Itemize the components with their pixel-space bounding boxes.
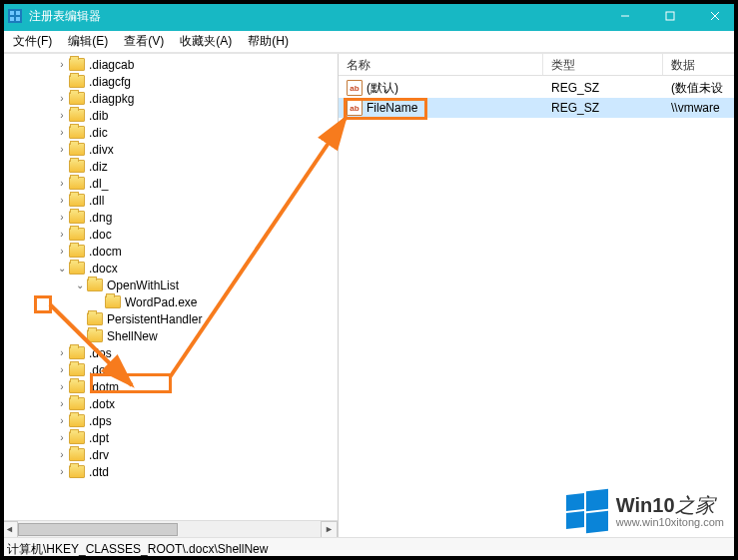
menubar: 文件(F) 编辑(E) 查看(V) 收藏夹(A) 帮助(H)	[1, 31, 737, 53]
scroll-track[interactable]	[18, 521, 321, 538]
tree-item[interactable]: ›.diagcab	[1, 56, 338, 73]
folder-icon	[69, 92, 85, 105]
chevron-right-icon[interactable]: ›	[55, 380, 69, 394]
chevron-right-icon[interactable]: ›	[55, 431, 69, 445]
folder-icon	[69, 448, 85, 461]
tree-item[interactable]: ›.dps	[1, 412, 338, 429]
tree-item-label: .dll	[89, 194, 104, 208]
chevron-right-icon[interactable]: ›	[55, 397, 69, 411]
value-row[interactable]: ab(默认)REG_SZ(数值未设	[339, 78, 737, 98]
tree-item-label: .diagcfg	[89, 75, 131, 89]
menu-favorites[interactable]: 收藏夹(A)	[172, 31, 240, 52]
tree-item[interactable]: PersistentHandler	[1, 310, 338, 327]
chevron-down-icon[interactable]: ⌄	[55, 262, 69, 276]
tree-item[interactable]: ›.dl_	[1, 175, 338, 192]
tree-item-label: .docm	[89, 245, 122, 259]
chevron-right-icon[interactable]: ›	[55, 211, 69, 225]
tree-item[interactable]: ›.diagpkg	[1, 90, 338, 107]
chevron-right-icon[interactable]: ›	[55, 126, 69, 140]
chevron-right-icon[interactable]: ›	[55, 109, 69, 123]
folder-icon	[69, 363, 85, 376]
folder-icon	[69, 109, 85, 122]
menu-file[interactable]: 文件(F)	[5, 31, 60, 52]
tree-item[interactable]: ›.dotx	[1, 395, 338, 412]
tree-item-label: .doc	[89, 228, 112, 242]
chevron-right-icon[interactable]: ›	[55, 143, 69, 157]
menu-view[interactable]: 查看(V)	[116, 31, 172, 52]
chevron-down-icon[interactable]: ⌄	[73, 279, 87, 292]
tree-horizontal-scrollbar[interactable]: ◄ ►	[1, 520, 338, 537]
string-value-icon: ab	[347, 80, 363, 96]
column-header-name[interactable]: 名称	[339, 54, 543, 75]
tree-item[interactable]: ⌄OpenWithList	[1, 277, 338, 293]
folder-icon	[69, 58, 85, 71]
list-body[interactable]: ab(默认)REG_SZ(数值未设abFileNameREG_SZ\\vmwar…	[339, 76, 737, 537]
tree-item[interactable]: ⌄.docx	[1, 260, 338, 277]
tree-item[interactable]: ›.dib	[1, 107, 338, 124]
menu-help[interactable]: 帮助(H)	[240, 31, 297, 52]
minimize-button[interactable]	[602, 1, 647, 31]
tree-item[interactable]: ›.dll	[1, 192, 338, 209]
tree-item-label: WordPad.exe	[125, 295, 198, 309]
tree-item[interactable]: ›.dpt	[1, 429, 338, 446]
chevron-right-icon[interactable]: ›	[55, 92, 69, 106]
value-type: REG_SZ	[543, 81, 663, 95]
tree-item[interactable]: ›.dic	[1, 124, 338, 141]
tree-item-label: OpenWithList	[107, 279, 179, 292]
tree-item-label: ShellNew	[107, 329, 158, 343]
tree-item[interactable]: ›.dot	[1, 361, 338, 378]
value-row[interactable]: abFileNameREG_SZ\\vmware	[339, 98, 737, 118]
chevron-right-icon[interactable]: ›	[55, 228, 69, 242]
tree-item[interactable]: WordPad.exe	[1, 293, 338, 310]
value-name: (默认)	[367, 80, 398, 97]
chevron-right-icon[interactable]: ›	[55, 448, 69, 462]
tree-item[interactable]: ›.dos	[1, 344, 338, 361]
folder-icon	[69, 177, 85, 190]
folder-icon	[69, 143, 85, 156]
folder-icon	[69, 228, 85, 241]
tree-item[interactable]: ›.dtd	[1, 463, 338, 480]
svg-rect-2	[16, 11, 20, 15]
tree-item[interactable]: ›.docm	[1, 243, 338, 260]
svg-rect-4	[16, 17, 20, 21]
tree-item[interactable]: ›.dotm	[1, 378, 338, 395]
column-header-data[interactable]: 数据	[663, 54, 737, 75]
tree-item[interactable]: ShellNew	[1, 327, 338, 344]
menu-edit[interactable]: 编辑(E)	[60, 31, 116, 52]
scroll-left-icon[interactable]: ◄	[1, 521, 18, 538]
maximize-button[interactable]	[647, 1, 692, 31]
close-button[interactable]	[692, 1, 737, 31]
tree-item-label: .docx	[89, 262, 118, 276]
tree-item[interactable]: ›.dng	[1, 209, 338, 226]
string-value-icon: ab	[347, 100, 363, 116]
tree-item[interactable]: ›.drv	[1, 446, 338, 463]
column-header-type[interactable]: 类型	[543, 54, 663, 75]
folder-icon	[69, 465, 85, 478]
chevron-right-icon[interactable]: ›	[55, 177, 69, 191]
tree-item-label: .dng	[89, 211, 112, 225]
folder-icon	[69, 245, 85, 258]
titlebar: 注册表编辑器	[1, 1, 737, 31]
chevron-right-icon[interactable]: ›	[55, 363, 69, 377]
scroll-right-icon[interactable]: ►	[321, 521, 338, 538]
tree-item[interactable]: ›.divx	[1, 141, 338, 158]
chevron-right-icon[interactable]: ›	[55, 346, 69, 360]
tree-item-label: .diagcab	[89, 58, 134, 72]
tree-item[interactable]: .diz	[1, 158, 338, 175]
app-icon	[7, 8, 23, 24]
scroll-thumb[interactable]	[18, 523, 178, 536]
tree-item-label: .divx	[89, 143, 114, 157]
folder-icon	[69, 262, 85, 275]
value-type: REG_SZ	[543, 101, 663, 115]
chevron-right-icon[interactable]: ›	[55, 194, 69, 208]
tree-item-label: .dl_	[89, 177, 108, 191]
tree-item[interactable]: .diagcfg	[1, 73, 338, 90]
tree-item-label: .dos	[89, 346, 112, 360]
tree-item-label: .dib	[89, 109, 108, 123]
chevron-right-icon[interactable]: ›	[55, 465, 69, 479]
tree-view[interactable]: ›.diagcab.diagcfg›.diagpkg›.dib›.dic›.di…	[1, 54, 338, 520]
chevron-right-icon[interactable]: ›	[55, 414, 69, 428]
chevron-right-icon[interactable]: ›	[55, 58, 69, 72]
tree-item[interactable]: ›.doc	[1, 226, 338, 243]
chevron-right-icon[interactable]: ›	[55, 245, 69, 259]
